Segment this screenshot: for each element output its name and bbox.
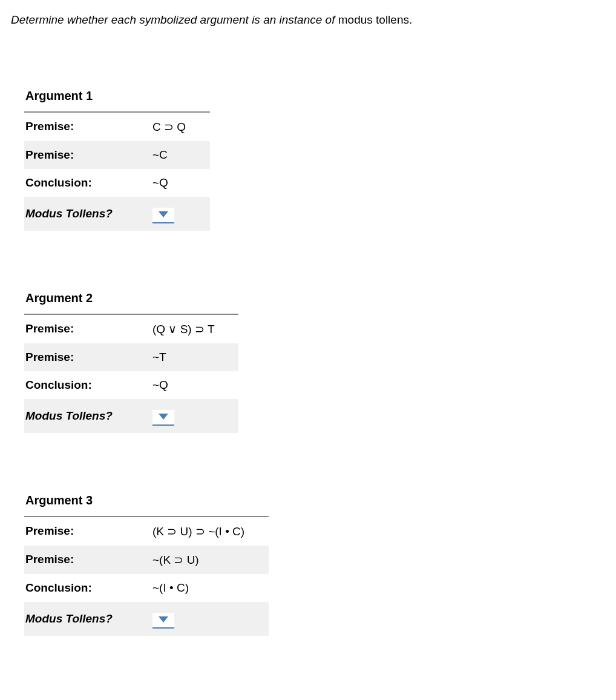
instructions: Determine whether each symbolized argume… bbox=[11, 12, 605, 28]
argument-3-table: Argument 3 Premise: (K ⊃ U) ⊃ ~(I • C) P… bbox=[24, 487, 269, 636]
svg-marker-0 bbox=[159, 211, 168, 217]
premise-label: Premise: bbox=[24, 141, 151, 169]
table-row: Premise: ~(K ⊃ U) bbox=[24, 546, 269, 574]
conclusion-label: Conclusion: bbox=[24, 169, 151, 197]
modus-tollens-label: Modus Tollens? bbox=[24, 602, 151, 636]
modus-tollens-label: Modus Tollens? bbox=[24, 197, 151, 231]
premise-1-value: (Q ∨ S) ⊃ T bbox=[151, 314, 238, 343]
conclusion-value: ~Q bbox=[151, 371, 238, 399]
instructions-normal: modus tollens. bbox=[338, 13, 413, 26]
conclusion-value: ~(I • C) bbox=[151, 574, 269, 602]
chevron-down-icon bbox=[159, 616, 168, 622]
modus-tollens-label: Modus Tollens? bbox=[24, 399, 151, 433]
conclusion-label: Conclusion: bbox=[24, 371, 151, 399]
premise-label: Premise: bbox=[24, 112, 151, 141]
argument-2-table: Argument 2 Premise: (Q ∨ S) ⊃ T Premise:… bbox=[24, 285, 238, 433]
modus-tollens-dropdown[interactable] bbox=[152, 410, 174, 426]
premise-2-value: ~C bbox=[151, 141, 210, 169]
table-row: Modus Tollens? bbox=[24, 602, 269, 636]
conclusion-label: Conclusion: bbox=[24, 574, 151, 602]
argument-1-title: Argument 1 bbox=[24, 83, 210, 112]
premise-1-value: C ⊃ Q bbox=[151, 112, 210, 141]
svg-marker-1 bbox=[159, 414, 168, 420]
svg-marker-2 bbox=[159, 616, 168, 622]
premise-label: Premise: bbox=[24, 314, 151, 343]
modus-tollens-dropdown[interactable] bbox=[152, 208, 174, 223]
instructions-italic: Determine whether each symbolized argume… bbox=[11, 13, 338, 26]
table-row: Conclusion: ~Q bbox=[24, 169, 210, 197]
premise-2-value: ~T bbox=[151, 343, 238, 371]
argument-2-title: Argument 2 bbox=[24, 285, 238, 314]
table-row: Premise: ~T bbox=[24, 343, 238, 371]
table-row: Modus Tollens? bbox=[24, 197, 210, 231]
modus-tollens-dropdown[interactable] bbox=[152, 613, 174, 629]
table-row: Premise: (K ⊃ U) ⊃ ~(I • C) bbox=[24, 517, 269, 546]
premise-label: Premise: bbox=[24, 517, 151, 546]
argument-3-title: Argument 3 bbox=[24, 487, 269, 517]
table-row: Premise: (Q ∨ S) ⊃ T bbox=[24, 314, 238, 343]
table-row: Conclusion: ~(I • C) bbox=[24, 574, 269, 602]
conclusion-value: ~Q bbox=[151, 169, 210, 197]
argument-1-table: Argument 1 Premise: C ⊃ Q Premise: ~C Co… bbox=[24, 83, 210, 231]
table-row: Premise: C ⊃ Q bbox=[24, 112, 210, 141]
table-row: Conclusion: ~Q bbox=[24, 371, 238, 399]
table-row: Premise: ~C bbox=[24, 141, 210, 169]
table-row: Modus Tollens? bbox=[24, 399, 238, 433]
premise-label: Premise: bbox=[24, 343, 151, 371]
chevron-down-icon bbox=[159, 211, 168, 217]
chevron-down-icon bbox=[159, 414, 168, 420]
premise-2-value: ~(K ⊃ U) bbox=[151, 546, 269, 574]
premise-label: Premise: bbox=[24, 546, 151, 574]
premise-1-value: (K ⊃ U) ⊃ ~(I • C) bbox=[151, 517, 269, 546]
